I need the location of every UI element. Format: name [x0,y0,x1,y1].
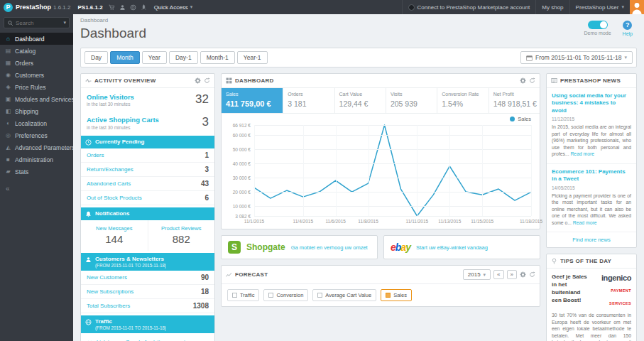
shopgate-promo[interactable]: S Shopgate Ga mobiel en verhoog uw omzet [221,235,378,259]
panel-refresh-button[interactable] [529,77,535,84]
section-title: Traffic [95,318,166,325]
forecast-legend-conversion[interactable]: Conversion [263,289,308,301]
shop-name[interactable]: PS1.6.1.2 [77,4,102,11]
my-shop-link[interactable]: My shop [535,0,569,14]
shopgate-link[interactable]: Ga mobiel en verhoog uw omzet [291,244,368,251]
online-visitors-stat[interactable]: Online Visitors in the last 30 minutes 3… [81,88,214,111]
customers-row-new-subscriptions[interactable]: New Subscriptions18 [81,285,214,299]
sidebar-item-catalog[interactable]: ▤Catalog [0,45,73,57]
range-button-day-1[interactable]: Day-1 [169,51,198,64]
pending-row-returns[interactable]: Return/Exchanges3 [81,163,214,177]
sales-line [254,125,531,216]
collapse-menu-button[interactable]: « [0,178,73,200]
sidebar-item-advanced-parameters[interactable]: ◭Advanced Parameters [0,141,73,153]
marketplace-link[interactable]: Connect to PrestaShop Marketplace accoun… [402,0,536,14]
forecast-legend-sales[interactable]: Sales [381,289,412,301]
quick-access-menu[interactable]: Quick Access ▾ [154,4,193,11]
new-messages-stat[interactable]: New Messages144 [81,220,148,251]
ebay-link[interactable]: Start uw eBay-winkel vandaag [416,244,488,251]
avatar[interactable] [630,0,644,14]
article-title[interactable]: Using social media for your business: 4 … [552,92,631,114]
product-reviews-stat[interactable]: Product Reviews882 [148,220,215,251]
range-button-day[interactable]: Day [84,51,108,64]
forecast-legend-traffic[interactable]: Traffic [227,289,259,301]
sidebar-item-localization[interactable]: ◐Localization [0,117,73,129]
quick-access-label: Quick Access [154,4,188,11]
panel-settings-button[interactable] [520,271,526,278]
range-button-month-1[interactable]: Month-1 [200,51,235,64]
metric-cart-value[interactable]: Cart Value129,44 € [335,88,386,113]
panel-refresh-button[interactable] [204,77,210,84]
chart-legend[interactable]: Sales [510,116,531,122]
sidebar-item-price-rules[interactable]: ◈Price Rules [0,81,73,93]
help-icon[interactable]: ? [623,21,632,30]
forecast-year-select[interactable]: 2015▾ [463,269,491,280]
y-gridline [254,125,531,126]
sidebar-item-orders[interactable]: ▦Orders [0,57,73,69]
row-label: Orders [87,152,104,158]
customers-row-total-subscribers[interactable]: Total Subscribers1308 [81,299,214,313]
y-gridline [254,216,531,217]
metric-net-profit[interactable]: Net Profit148 918,51 € [489,88,540,113]
sales-line-chart [254,125,531,216]
sidebar-item-administration[interactable]: ■Administration [0,153,73,166]
sidebar-item-shipping[interactable]: ◧Shipping [0,105,73,117]
metric-tabs: Sales411 759,00 € Orders3 181 Cart Value… [222,88,540,114]
demo-mode-toggle[interactable] [588,21,608,29]
ingenico-logo: ingenico payment services [594,274,631,308]
panel-refresh-button[interactable] [529,271,535,278]
forecast-legend-average-cart-value[interactable]: Average Cart Value [312,289,376,301]
active-carts-sub: in the last 30 minutes [87,125,159,131]
news-article: Using social media for your business: 4 … [547,88,636,164]
date-range-picker[interactable]: From 2015-11-01 To 2015-11-18 ▾ [520,51,633,64]
pending-row-abandoned-carts[interactable]: Abandoned Carts43 [81,177,214,191]
page-title: Dashboard [80,26,637,41]
google-analytics-link[interactable]: Link to your Google Analytics account [81,333,214,341]
active-carts-stat[interactable]: Active Shopping Carts in the last 30 min… [81,111,214,134]
forecast-next-button[interactable]: » [507,270,517,279]
metric-visits[interactable]: Visits205 939 [386,88,437,113]
x-axis-label: 11/13/2015 [438,219,461,224]
panel-settings-button[interactable] [195,77,201,84]
sidebar-item-stats[interactable]: ▰Stats [0,166,73,178]
rocket-icon[interactable] [141,4,147,11]
demo-mode-label: Demo mode [584,31,611,36]
read-more-link[interactable]: Read more [573,220,597,225]
sidebar-item-label: Localization [15,120,47,127]
sidebar-item-modules[interactable]: ▣Modules and Services [0,93,73,105]
tip-content: Geef je Sales in het buitenland een Boos… [547,269,636,341]
metric-conversion-rate[interactable]: Conversion Rate1.54% [437,88,489,113]
x-axis-label: 11/11/2015 [406,219,429,224]
article-title[interactable]: Ecommerce 101: Payments in a Tweet [552,168,631,183]
customer-icon[interactable] [119,4,126,11]
sidebar-item-customers[interactable]: ◉Customers [0,69,73,81]
advanced-parameters-icon: ◭ [5,144,11,151]
sidebar-item-dashboard[interactable]: ⌂Dashboard [0,33,73,45]
range-button-year[interactable]: Year [142,51,167,64]
cart-icon[interactable] [109,4,115,11]
read-more-link[interactable]: Read more [570,151,594,156]
sidebar-item-preferences[interactable]: ◎Preferences [0,129,73,141]
customers-row-new-customers[interactable]: New Customers90 [81,271,214,285]
my-shop-label: My shop [542,4,563,11]
users-icon [85,256,92,263]
range-button-year-1[interactable]: Year-1 [237,51,268,64]
metric-orders[interactable]: Orders3 181 [283,88,334,113]
panel-settings-button[interactable] [520,77,526,84]
ga-link-label: Link to your Google Analytics account [97,339,185,341]
find-more-news-link[interactable]: Find more news [547,232,636,247]
pending-row-orders[interactable]: Orders1 [81,148,214,163]
legend-label: Sales [518,116,531,122]
search-input[interactable] [16,20,61,26]
metric-sales[interactable]: Sales411 759,00 € [222,88,283,113]
user-menu[interactable]: PrestaShop User ▾ [569,0,630,14]
lifering-icon[interactable] [130,4,136,11]
metric-value: 3 181 [288,99,306,108]
metric-value: 129,44 € [339,99,369,108]
ebay-promo[interactable]: ebay Start uw eBay-winkel vandaag [383,235,540,259]
sidebar-search[interactable]: ▾ [4,17,70,28]
row-value: 1308 [193,302,209,310]
range-button-month[interactable]: Month [110,51,140,64]
forecast-prev-button[interactable]: « [493,270,503,279]
pending-row-out-of-stock[interactable]: Out of Stock Products6 [81,191,214,205]
